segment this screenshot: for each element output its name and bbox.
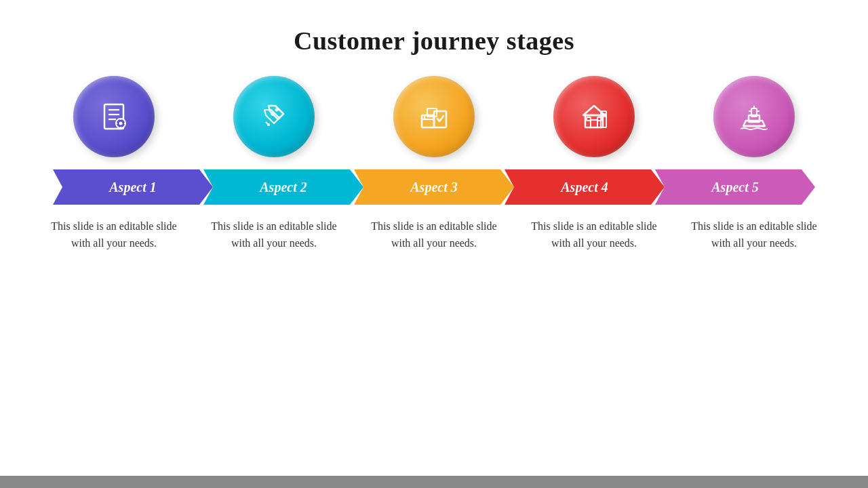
icons-row [34,76,834,157]
arrow-label-4: Aspect 4 [561,180,608,195]
arrow-5: Aspect 5 [655,169,815,205]
arrow-4: Aspect 4 [505,169,665,205]
icon-circle-5 [713,76,795,157]
page-title: Customer journey stages [0,0,868,56]
icon-circle-1 [73,76,155,157]
ship-icon [734,96,774,137]
icon-wrapper-5 [674,76,834,157]
descriptions-row: This slide is an editable slide with all… [34,218,834,252]
icon-wrapper-2 [194,76,354,157]
icon-wrapper-3 [354,76,514,157]
svg-rect-22 [591,120,597,127]
svg-point-13 [267,123,270,126]
icon-circle-4 [553,76,635,157]
svg-point-5 [119,122,123,125]
price-tag-icon [254,96,294,137]
arrows-row: Aspect 1 Aspect 2 Aspect 3 Aspect 4 [34,169,834,205]
bottom-bar [0,476,868,488]
arrow-label-5: Aspect 5 [711,180,758,195]
icon-wrapper-1 [34,76,194,157]
package-icon [414,96,454,137]
svg-rect-23 [587,117,591,121]
main-content: Aspect 1 Aspect 2 Aspect 3 Aspect 4 [0,76,868,252]
arrow-2: Aspect 2 [203,169,363,205]
desc-1: This slide is an editable slide with all… [34,218,194,252]
home-icon [574,96,614,137]
desc-2: This slide is an editable slide with all… [194,218,354,252]
desc-3: This slide is an editable slide with all… [354,218,514,252]
arrow-3: Aspect 3 [354,169,514,205]
arrow-label-1: Aspect 1 [109,180,156,195]
checklist-icon [94,96,134,137]
svg-point-10 [275,108,279,112]
desc-4: This slide is an editable slide with all… [514,218,674,252]
icon-circle-2 [233,76,315,157]
arrow-label-2: Aspect 2 [260,180,307,195]
arrow-1: Aspect 1 [53,169,213,205]
arrow-label-3: Aspect 3 [410,180,457,195]
icon-circle-3 [393,76,475,157]
icon-wrapper-4 [514,76,674,157]
desc-5: This slide is an editable slide with all… [674,218,834,252]
